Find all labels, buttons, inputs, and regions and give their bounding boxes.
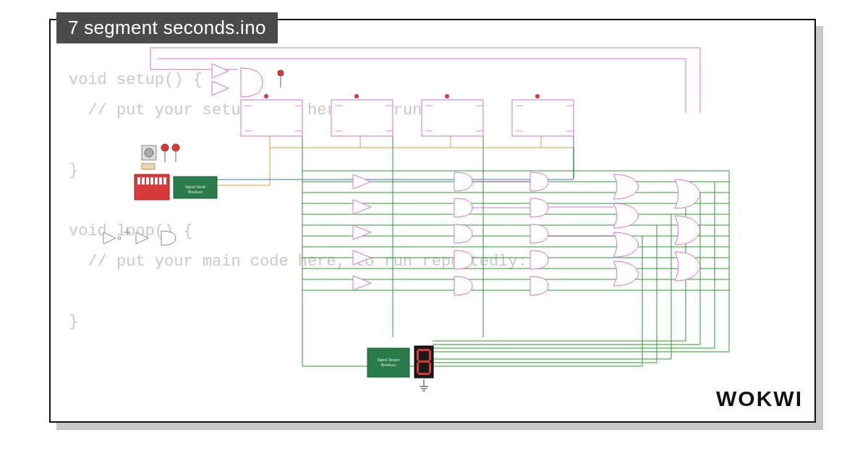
brand-logo: WOKWI: [716, 387, 803, 411]
preview-card: [49, 19, 816, 423]
file-title-tab: 7 segment seconds.ino: [56, 12, 278, 43]
file-title: 7 segment seconds.ino: [68, 17, 266, 38]
